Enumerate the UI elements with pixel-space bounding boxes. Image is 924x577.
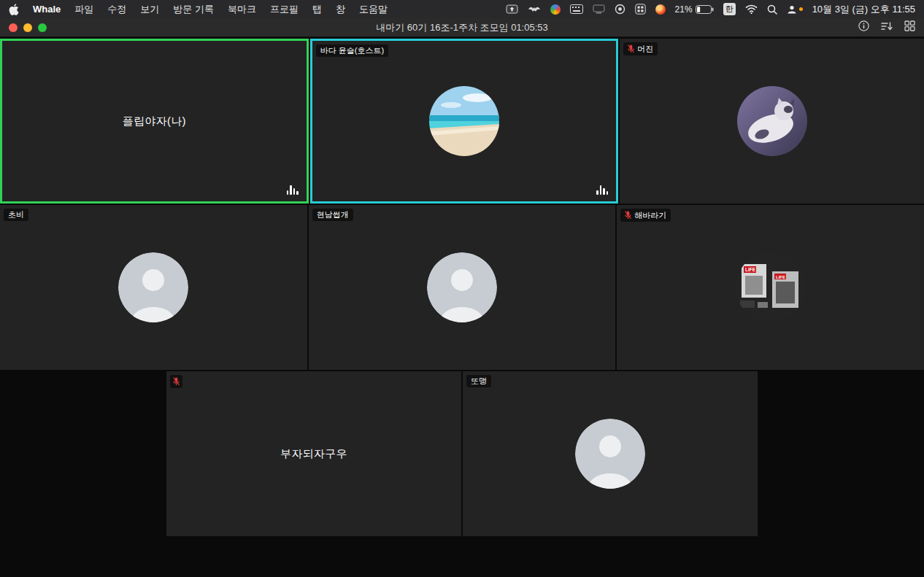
video-gallery: 플립야자(나) 바다 윤슬(호스트) xyxy=(0,37,924,577)
muted-mic-icon xyxy=(628,44,634,53)
spotlight-search-icon[interactable] xyxy=(767,4,777,15)
muted-mic-icon xyxy=(173,377,180,386)
avatar xyxy=(309,205,616,370)
silhouette-avatar xyxy=(118,252,188,322)
participant-name: 초비 xyxy=(8,211,24,219)
titlebar-actions xyxy=(858,20,915,34)
avatar: LIFE LIFE xyxy=(617,205,924,370)
participant-name: 해바라기 xyxy=(634,212,666,220)
participant-name: 부자되자구우 xyxy=(166,371,461,536)
record-icon[interactable] xyxy=(615,4,625,15)
macos-menu-bar: Whale 파일 수정 보기 방문 기록 북마크 프로필 탭 창 도움말 xyxy=(0,0,924,18)
menu-item-window[interactable]: 창 xyxy=(336,3,345,16)
menu-item-view[interactable]: 보기 xyxy=(140,3,159,16)
participant-label: 해바라기 xyxy=(620,209,671,222)
display-icon[interactable] xyxy=(593,4,605,14)
browser-icon[interactable] xyxy=(655,4,666,15)
menu-item-tab[interactable]: 탭 xyxy=(312,3,322,16)
screen: Whale 파일 수정 보기 방문 기록 북마크 프로필 탭 창 도움말 xyxy=(0,0,924,577)
gallery-row-2: 초비 현남썹개 xyxy=(0,205,924,370)
window-titlebar: 내마기 60기 16조-1주차 조모임 01:05:53 xyxy=(0,18,924,37)
menu-item-edit[interactable]: 수정 xyxy=(107,3,126,16)
apple-menu-icon[interactable] xyxy=(9,4,19,15)
participant-tile[interactable]: 현남썹개 xyxy=(309,205,616,370)
minimize-button[interactable] xyxy=(23,23,32,32)
silhouette-avatar xyxy=(575,419,645,489)
audio-activity-icon xyxy=(596,185,608,195)
traffic-lights xyxy=(9,23,47,32)
notification-dot xyxy=(799,7,803,11)
menu-item-profile[interactable]: 프로필 xyxy=(270,3,299,16)
bat-icon[interactable] xyxy=(528,5,541,14)
fullscreen-button[interactable] xyxy=(38,23,47,32)
gallery-row-3: 부자되자구우 또맹 xyxy=(0,371,924,536)
participant-label: 바다 윤슬(호스트) xyxy=(316,44,388,57)
battery-percentage: 21% xyxy=(675,4,693,15)
user-switch-icon[interactable] xyxy=(787,4,803,15)
participant-label: 현남썹개 xyxy=(312,209,353,221)
participant-name: 현남썹개 xyxy=(317,211,349,219)
avatar xyxy=(0,205,307,370)
participant-tile[interactable]: 부자되자구우 xyxy=(166,371,461,536)
svg-text:LIFE: LIFE xyxy=(776,275,785,279)
participant-name: 플립야자(나) xyxy=(2,41,307,201)
cat-photo-avatar xyxy=(737,86,807,156)
participant-tile-self[interactable]: 플립야자(나) xyxy=(0,39,309,204)
meeting-title: 내마기 60기 16조-1주차 조모임 01:05:53 xyxy=(0,21,924,34)
menubar-status-area: 21% 한 10월 3일 (금) 오후 11:55 xyxy=(506,3,915,16)
svg-text:LIFE: LIFE xyxy=(745,267,756,272)
input-source-icon[interactable]: 한 xyxy=(723,3,736,15)
view-options-icon[interactable] xyxy=(881,21,893,34)
participant-tile[interactable]: 해바라기 LIFE LIFE xyxy=(617,205,924,370)
menubar-clock[interactable]: 10월 3일 (금) 오후 11:55 xyxy=(812,3,915,16)
battery-indicator[interactable]: 21% xyxy=(675,4,714,15)
muted-mic-icon xyxy=(625,211,631,220)
avatar xyxy=(620,39,924,204)
menu-item-help[interactable]: 도움말 xyxy=(359,3,388,16)
info-icon[interactable] xyxy=(858,20,869,34)
participant-tile[interactable]: 초비 xyxy=(0,205,307,370)
screen-mirroring-icon[interactable] xyxy=(506,4,518,15)
beach-photo-avatar xyxy=(429,86,499,156)
avatar xyxy=(463,371,758,536)
wifi-icon[interactable] xyxy=(745,4,758,14)
participant-tile[interactable]: 또맹 xyxy=(463,371,758,536)
silhouette-avatar xyxy=(427,252,497,322)
gallery-view-icon[interactable] xyxy=(904,20,915,34)
participant-tile[interactable]: 머진 xyxy=(620,39,924,204)
participant-name: 바다 윤슬(호스트) xyxy=(320,47,384,55)
battery-icon xyxy=(696,5,714,14)
participant-tile-host[interactable]: 바다 윤슬(호스트) xyxy=(310,39,619,204)
assistant-colorwheel-icon[interactable] xyxy=(550,4,561,15)
menu-item-file[interactable]: 파일 xyxy=(74,3,93,16)
participant-name: 또맹 xyxy=(471,377,487,385)
security-grid-icon[interactable] xyxy=(635,4,646,15)
participant-label: 또맹 xyxy=(466,375,491,387)
keyboard-icon[interactable] xyxy=(570,4,583,14)
menu-item-history[interactable]: 방문 기록 xyxy=(173,3,214,16)
participant-label: 머진 xyxy=(623,42,658,55)
participant-label xyxy=(170,375,182,388)
menubar-left: Whale 파일 수정 보기 방문 기록 북마크 프로필 탭 창 도움말 xyxy=(9,3,388,16)
participant-label: 초비 xyxy=(4,209,28,221)
app-menu-whale[interactable]: Whale xyxy=(33,4,61,15)
close-button[interactable] xyxy=(9,23,18,32)
life-magazine-avatar: LIFE LIFE xyxy=(736,252,806,322)
avatar xyxy=(312,41,617,201)
participant-name: 머진 xyxy=(637,45,653,53)
menu-item-bookmarks[interactable]: 북마크 xyxy=(228,3,256,16)
audio-activity-icon xyxy=(287,185,299,195)
gallery-row-1: 플립야자(나) 바다 윤슬(호스트) xyxy=(0,39,924,204)
